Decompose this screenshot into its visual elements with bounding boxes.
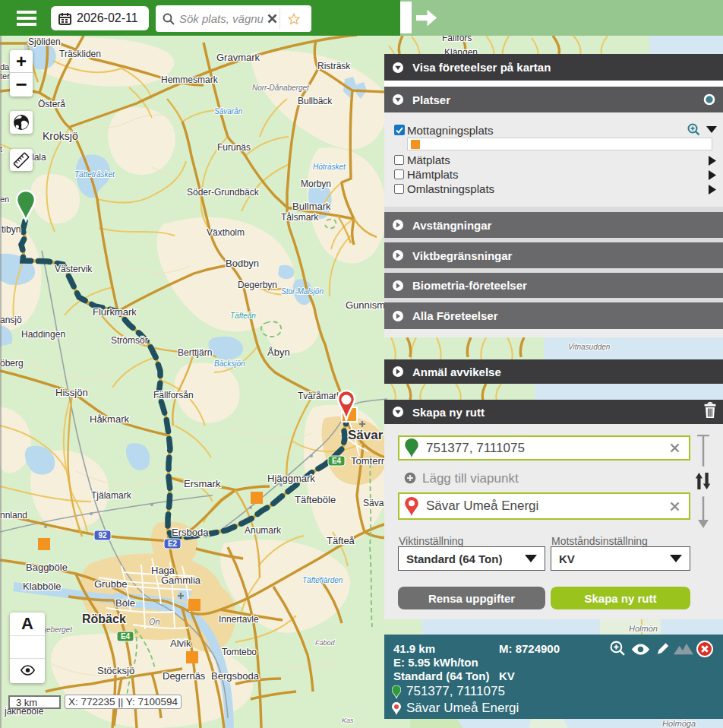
svg-text:Innertavle: Innertavle <box>219 614 259 625</box>
svg-text:Anumark: Anumark <box>245 525 282 536</box>
svg-text:Tomtebo: Tomtebo <box>222 647 257 657</box>
svg-text:Sävarån: Sävarån <box>214 107 243 116</box>
svg-text:Fäbod: Fäbod <box>315 639 336 647</box>
svg-text:92: 92 <box>98 531 107 540</box>
svg-text:Täfteå: Täfteå <box>327 535 355 546</box>
svg-text:Bergsboda: Bergsboda <box>211 670 260 682</box>
svg-text:Fällforsån: Fällforsån <box>153 390 194 400</box>
svg-text:Baggböle: Baggböle <box>26 562 68 573</box>
svg-text:Kas: Kas <box>342 717 354 724</box>
svg-text:Degerbyn: Degerbyn <box>238 280 277 290</box>
svg-text:Ön: Ön <box>149 617 160 626</box>
svg-text:Täftefjärden: Täftefjärden <box>302 576 343 584</box>
svg-text:Ersmark: Ersmark <box>184 478 221 489</box>
svg-text:Säva: Säva <box>363 498 384 508</box>
svg-text:Flurkmark: Flurkmark <box>93 306 137 318</box>
svg-text:Norr-Dånaberget: Norr-Dånaberget <box>252 84 310 92</box>
svg-text:Hissjön: Hissjön <box>55 387 88 398</box>
svg-text:Österå: Österå <box>38 99 65 109</box>
svg-text:E4: E4 <box>332 457 342 465</box>
svg-text:Gravmark: Gravmark <box>216 52 260 63</box>
svg-text:ansjö: ansjö <box>0 315 22 325</box>
svg-text:Klabböle: Klabböle <box>23 581 62 592</box>
svg-text:Stor-Malsjön: Stor-Malsjön <box>281 287 324 296</box>
svg-text:Holmöga: Holmöga <box>662 719 696 728</box>
svg-text:Alvik: Alvik <box>170 638 191 649</box>
svg-text:Västervik: Västervik <box>55 264 93 274</box>
svg-text:Tätteträsket: Tätteträsket <box>74 170 115 179</box>
svg-text:Böle: Böle <box>115 597 135 609</box>
svg-text:Stöcksjö: Stöcksjö <box>97 665 134 676</box>
svg-text:Bullbäck: Bullbäck <box>298 96 333 106</box>
svg-text:Vitnasudden: Vitnasudden <box>568 343 611 351</box>
svg-text:Gunnism: Gunnism <box>346 299 385 311</box>
svg-text:tibyn: tibyn <box>2 224 21 235</box>
svg-text:Tjälamark: Tjälamark <box>91 490 132 501</box>
svg-text:Morbyn: Morbyn <box>301 179 331 189</box>
svg-text:Bullmark: Bullmark <box>292 201 331 212</box>
svg-text:öberg: öberg <box>0 358 24 369</box>
svg-text:Hjäggmark: Hjäggmark <box>267 473 315 484</box>
svg-text:Risträsk: Risträsk <box>317 61 351 71</box>
svg-text:Tomtern: Tomtern <box>351 455 387 467</box>
svg-text:Tålsmark: Tålsmark <box>281 212 319 223</box>
svg-text:Bäcksjön: Bäcksjön <box>214 359 245 368</box>
svg-text:Grubbe: Grubbe <box>94 578 127 590</box>
svg-text:Strömsör: Strömsör <box>111 335 148 346</box>
svg-text:Kroksjö: Kroksjö <box>43 130 78 142</box>
svg-text:Holmön: Holmön <box>629 624 658 633</box>
svg-text:Ersboda: Ersboda <box>172 527 209 538</box>
svg-text:Degernäs: Degernäs <box>163 670 206 682</box>
svg-text:Haddingen: Haddingen <box>21 329 65 340</box>
svg-text:Söder-Grundbäck: Söder-Grundbäck <box>187 187 260 198</box>
svg-text:Täfteån: Täfteån <box>230 312 256 320</box>
svg-text:Höträsket: Höträsket <box>313 163 346 171</box>
svg-text:Gammlia: Gammlia <box>161 574 201 586</box>
svg-text:Täfteböle: Täfteböle <box>295 494 336 505</box>
svg-text:E4: E4 <box>121 632 131 641</box>
svg-text:Tväråmark: Tväråmark <box>298 391 342 401</box>
svg-text:Håkmark: Håkmark <box>90 413 130 425</box>
svg-text:Berttjärn: Berttjärn <box>178 347 212 358</box>
svg-text:E2: E2 <box>168 540 178 548</box>
svg-text:Röbäck: Röbäck <box>82 612 126 625</box>
svg-text:nnland: nnland <box>0 510 27 521</box>
svg-text:Sjöliden: Sjöliden <box>28 36 61 47</box>
svg-text:Sävar: Sävar <box>348 428 384 442</box>
svg-text:Växtholm: Växtholm <box>207 227 245 238</box>
svg-text:Träskliden: Träskliden <box>59 49 101 59</box>
svg-text:Furunäs: Furunäs <box>217 142 251 153</box>
svg-text:Bodbyn: Bodbyn <box>226 258 259 269</box>
svg-text:Åbyn: Åbyn <box>267 347 290 358</box>
svg-text:Hemmesmark: Hemmesmark <box>161 74 219 85</box>
